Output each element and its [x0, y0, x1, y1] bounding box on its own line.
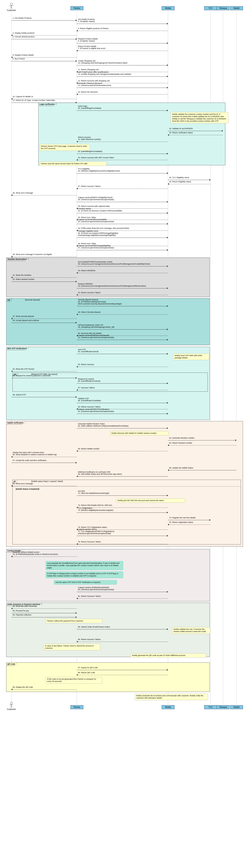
msg-label: 87. Inquiry for QR Code	[78, 666, 98, 669]
msg-line	[77, 213, 168, 213]
arrow-icon	[167, 382, 168, 384]
note-13: Mobily generate the QR code as part of O…	[131, 653, 206, 658]
frame-tag: Nafath verification	[6, 421, 25, 425]
msg-label: Webhook Notification (to call back URI) …	[78, 471, 122, 475]
msg-line	[11, 463, 77, 463]
msg-62: Generate Nafath Random Token 62. (With c…	[77, 426, 168, 429]
participant-partner: Partner	[70, 705, 83, 709]
participant-partner: Partner	[70, 6, 83, 10]
msg-61: Capture section(PNROTPVerification) 61. …	[77, 411, 168, 414]
arrow-icon	[76, 507, 78, 508]
arrow-icon	[76, 616, 77, 618]
msg-label: 17. Enters ID, ID Type, Contact number, …	[13, 99, 55, 101]
arrow-icon	[76, 322, 77, 323]
arrow-icon	[11, 277, 12, 278]
arrow-icon	[76, 366, 78, 368]
msg-17: 17. Enters ID, ID Type, Contact number, …	[11, 100, 77, 103]
arrow-icon	[76, 159, 78, 161]
msg-68: 68. Update the Nafath Status	[168, 468, 236, 470]
msg-label: 81. Return Success / failure	[78, 595, 101, 597]
msg-label: Capture section (PNRDeliveryDetails) 80.…	[78, 586, 114, 591]
arrow-icon	[76, 208, 78, 209]
msg-label: 25. TCC Eligibility check	[169, 177, 189, 179]
msg-label: 47. Show security deposit	[13, 315, 34, 317]
note-1: Partner shows OTP entry page. Customer n…	[39, 144, 90, 151]
msg-line	[11, 277, 77, 278]
msg-label: Generate Nafath Random Token 62. (With c…	[78, 423, 129, 427]
msg-label: 68. Update the Nafath Status	[169, 467, 193, 469]
msg-label: 9. Buy Product	[13, 58, 25, 60]
msg-54: 54. Show the OTP Screen	[11, 369, 77, 372]
arrow-icon	[11, 689, 12, 690]
msg-14: Generate Checkout Structure 14. (checkou…	[77, 86, 168, 88]
msg-41: 41. Show the numbers	[11, 275, 77, 278]
msg-4: 4. Display Mobily products	[11, 33, 77, 36]
msg-line	[77, 154, 168, 154]
arrow-icon	[76, 60, 77, 62]
frame-tag: MFA OTP Verifications	[6, 347, 29, 350]
msg-label: 58. Submit OTP	[13, 394, 26, 396]
msg-label: 82. Show the order Summary	[13, 605, 37, 607]
actor-customer: Customer	[5, 3, 17, 11]
msg-label: Package Eligibility check 35. (if check …	[78, 230, 118, 236]
msg-67: 67. Accept the order and face verificati…	[11, 461, 77, 463]
arrow-icon	[167, 23, 168, 25]
arrow-icon	[76, 272, 78, 274]
msg-19: 19. Validate ID and MSISDN	[168, 129, 223, 131]
msg-label: 63. Generate Random number	[169, 437, 194, 439]
arrow-icon	[76, 188, 78, 189]
arrow-icon	[76, 219, 78, 220]
msg-label: Overdue inquiry 31. (if check out struct…	[78, 208, 122, 212]
msg-63: 63. Generate Random number	[168, 438, 236, 441]
msg-70: 70. Show error message	[11, 484, 77, 486]
msg-label: 27. Return success / failure	[78, 185, 101, 187]
msg-label: 26. Return Eligibility status	[169, 181, 191, 183]
msg-line	[11, 20, 77, 21]
arrow-icon	[209, 179, 211, 181]
participant-nafath: Nafath	[230, 705, 243, 709]
msg-label: call Securitydeposit_Patch API 49. (/sho…	[78, 324, 114, 328]
lifeline-nafath	[236, 12, 237, 704]
note-10: Partner collects the payment from custom…	[46, 619, 102, 623]
msg-label: 38. Show error message if customer not e…	[13, 253, 52, 255]
msg-label: 42. Select desired number	[13, 278, 34, 280]
arrow-icon	[235, 439, 237, 441]
arrow-icon	[167, 329, 168, 330]
msg-49: call Securitydeposit_Patch API 49. (/sho…	[77, 327, 168, 330]
arrow-icon	[167, 427, 168, 429]
arrow-icon	[76, 598, 78, 599]
msg-label: 5. Choose desired product	[13, 36, 35, 38]
msg-3: 3. Return Eligible products of Partner	[77, 29, 168, 31]
arrow-icon	[76, 674, 78, 676]
msg-84: 84. Payment collection	[11, 615, 77, 618]
arrow-icon	[167, 669, 168, 671]
msg-label: Display the token with 3 minutes timer. …	[13, 452, 57, 456]
arrow-icon	[167, 110, 168, 111]
msg-69: Webhook Notification (to call back URI) …	[77, 474, 168, 477]
arrow-icon	[11, 485, 12, 487]
msg-28: 28. Show error message	[11, 193, 77, 196]
msg-label: 84. Payment collection	[13, 614, 32, 616]
msg-label: Security deposit inquiry2 45. (if PNRSec…	[78, 299, 122, 305]
msg-48: 48. Accept deposit and continue	[11, 321, 77, 323]
msg-82: 82. Show the order Summary	[11, 607, 77, 609]
msg-5: 5. Choose desired product	[11, 37, 77, 39]
msg-59: Validate OTP 59. (cam/bff/otp/v1/validat…	[77, 401, 168, 403]
arrow-icon	[222, 130, 223, 132]
msg-label: 8. Display Product details	[13, 54, 34, 56]
arrow-icon	[11, 556, 12, 557]
arrow-icon	[167, 512, 168, 513]
participant-mobily: Mobily	[162, 6, 175, 10]
note-0: Mobily validate the customer contact num…	[171, 112, 228, 123]
msg-line	[77, 340, 168, 340]
arrow-icon	[167, 305, 168, 307]
note-7: Auto populate the Email(fetched from get…	[46, 561, 123, 570]
note-6: Mobily pick the SIM from the pool and re…	[116, 498, 185, 503]
arrow-icon	[76, 612, 77, 614]
msg-label: 23. Return success with JWT Access Token	[78, 157, 114, 159]
arrow-icon	[11, 608, 12, 609]
msg-label: call POQ(Product Offer Qualification) 12…	[78, 71, 131, 75]
arrow-icon	[167, 266, 168, 267]
msg-label: 11. Return Shopping cart	[78, 68, 99, 71]
msg-37: Capture section(PNRPackageEligibility) 3…	[77, 248, 168, 250]
